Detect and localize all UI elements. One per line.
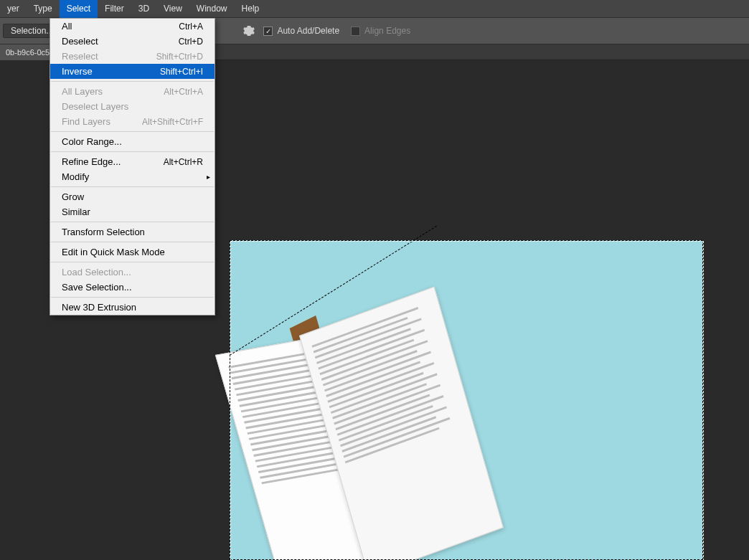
menuitem-shortcut: Alt+Ctrl+A: [164, 87, 203, 97]
gear-icon[interactable]: [242, 24, 256, 38]
menu-separator: [51, 81, 214, 82]
menuitem-inverse[interactable]: InverseShift+Ctrl+I: [50, 64, 215, 79]
menuitem-shortcut: Alt+Shift+Ctrl+F: [142, 117, 203, 127]
menuitem-shortcut: Shift+Ctrl+I: [160, 67, 203, 77]
menuitem-label: Reselect: [62, 51, 98, 62]
auto-add-delete-label: Auto Add/Delete: [277, 26, 339, 36]
menuitem-edit-in-quick-mask-mode[interactable]: Edit in Quick Mask Mode: [50, 245, 215, 260]
auto-add-delete-checkbox[interactable]: Auto Add/Delete: [263, 26, 339, 36]
menu-layer[interactable]: yer: [0, 0, 27, 18]
align-edges-checkbox[interactable]: Align Edges: [351, 26, 410, 36]
menu-separator: [51, 131, 214, 132]
menuitem-new-3d-extrusion[interactable]: New 3D Extrusion: [50, 300, 215, 315]
menuitem-modify[interactable]: Modify: [50, 169, 215, 184]
menuitem-shortcut: Shift+Ctrl+D: [156, 52, 203, 62]
menu-help[interactable]: Help: [235, 0, 267, 18]
menuitem-label: Edit in Quick Mask Mode: [62, 247, 165, 257]
menu-separator: [51, 262, 214, 262]
menu-type[interactable]: Type: [27, 0, 60, 18]
menuitem-grow[interactable]: Grow: [50, 189, 215, 204]
menuitem-label: Deselect: [62, 36, 98, 47]
menuitem-label: Deselect Layers: [62, 101, 128, 112]
menuitem-label: Similar: [62, 207, 90, 217]
menuitem-shortcut: Alt+Ctrl+R: [164, 157, 203, 167]
book-photo: [182, 259, 550, 560]
menuitem-label: Modify: [62, 171, 89, 182]
menuitem-deselect-layers: Deselect Layers: [50, 99, 215, 114]
menuitem-label: Transform Selection: [62, 227, 145, 237]
checkbox-icon: [263, 27, 273, 36]
menu-view[interactable]: View: [156, 0, 189, 18]
menuitem-label: New 3D Extrusion: [62, 302, 136, 313]
menu-separator: [51, 151, 214, 152]
menuitem-label: Inverse: [62, 66, 93, 77]
menu-separator: [51, 222, 214, 222]
canvas-image[interactable]: [230, 240, 703, 560]
checkbox-icon: [351, 27, 360, 36]
menuitem-reselect: ReselectShift+Ctrl+D: [50, 49, 215, 64]
menuitem-label: Find Layers: [62, 116, 110, 127]
menu-select[interactable]: Select: [60, 0, 98, 18]
menuitem-label: Refine Edge...: [62, 156, 121, 167]
menuitem-save-selection[interactable]: Save Selection...: [50, 280, 215, 295]
menuitem-deselect[interactable]: DeselectCtrl+D: [50, 34, 215, 49]
align-edges-label: Align Edges: [364, 26, 410, 36]
menuitem-refine-edge[interactable]: Refine Edge...Alt+Ctrl+R: [50, 154, 215, 169]
menuitem-shortcut: Ctrl+A: [179, 22, 203, 32]
menuitem-all-layers: All LayersAlt+Ctrl+A: [50, 84, 215, 99]
menuitem-transform-selection[interactable]: Transform Selection: [50, 224, 215, 239]
menuitem-color-range[interactable]: Color Range...: [50, 134, 215, 149]
menu-3d[interactable]: 3D: [131, 0, 156, 18]
menuitem-label: All: [62, 21, 72, 32]
menuitem-load-selection: Load Selection...: [50, 265, 215, 280]
menuitem-all[interactable]: AllCtrl+A: [50, 19, 215, 34]
menuitem-find-layers: Find LayersAlt+Shift+Ctrl+F: [50, 114, 215, 129]
menubar: yer Type Select Filter 3D View Window He…: [0, 0, 749, 18]
menuitem-label: Load Selection...: [62, 267, 131, 277]
menuitem-shortcut: Ctrl+D: [179, 37, 203, 47]
menu-separator: [51, 186, 214, 187]
select-menu-dropdown: AllCtrl+ADeselectCtrl+DReselectShift+Ctr…: [50, 18, 215, 315]
menu-separator: [51, 242, 214, 242]
menu-window[interactable]: Window: [189, 0, 235, 18]
menuitem-label: Save Selection...: [62, 282, 132, 293]
menuitem-similar[interactable]: Similar: [50, 204, 215, 219]
menu-filter[interactable]: Filter: [98, 0, 131, 18]
menuitem-label: Grow: [62, 191, 84, 202]
menuitem-label: Color Range...: [62, 136, 122, 147]
menuitem-label: All Layers: [62, 86, 103, 97]
menu-separator: [51, 297, 214, 298]
